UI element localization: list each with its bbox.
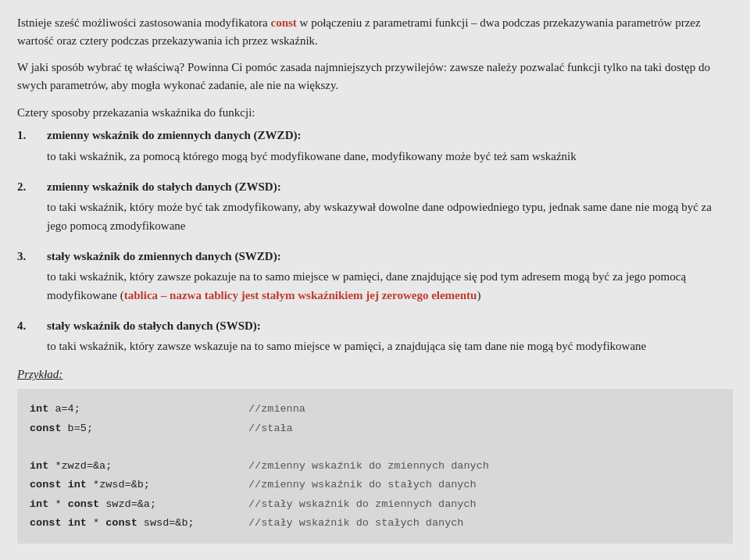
kw-const-5: const (105, 517, 138, 529)
code-left-6: const int * const swsd=&b; (30, 514, 248, 533)
code-right-6: //stały wskaźnik do stałych danych (248, 514, 463, 533)
code-right-3: //zmienny wskaźnik do zmiennych danych (248, 457, 489, 476)
item-2-body: to taki wskaźnik, który może być tak zmo… (47, 198, 733, 235)
code-right-2: //stała (248, 419, 293, 438)
kw-const-1: const (30, 423, 62, 434)
kw-int-2: int (30, 460, 48, 472)
item-3-body: to taki wskaźnik, który zawsze pokazuje … (47, 267, 733, 305)
kw-int-5: int (68, 517, 87, 529)
intro-text-before: Istnieje sześć możliwości zastosowania m… (17, 16, 271, 29)
const-keyword-1: const (271, 16, 297, 29)
code-right-4: //zmienny wskaźnik do stałych danych (248, 476, 477, 494)
list-item-2: 2. zmienny wskaźnik do stałych danych (Z… (17, 178, 733, 235)
item-1-body: to taki wskaźnik, za pomocą którego mogą… (47, 147, 733, 166)
code-left-5: int * const swzd=&a; (30, 495, 248, 514)
code-line-4: const int *zwsd=&b; //zmienny wskaźnik d… (30, 476, 720, 494)
section-title: Cztery sposoby przekazania wskaźnika do … (17, 104, 733, 122)
code-block: int a=4; //zmienna const b=5; //stała in… (17, 389, 733, 544)
code-left-1: int a=4; (30, 400, 248, 419)
code-line-blank (30, 438, 720, 457)
item-3-num: 3. (17, 248, 47, 305)
code-right-5: //stały wskaźnik do zmiennych danych (248, 495, 477, 514)
item-1-title: zmienny wskaźnik do zmiennych danych (ZW… (47, 127, 733, 144)
code-right-1: //zmienna (248, 400, 305, 419)
items-list: 1. zmienny wskaźnik do zmiennych danych … (17, 127, 733, 355)
item-3-link: tablica – nazwa tablicy jest stałym wska… (124, 289, 477, 301)
code-left-3: int *zwzd=&a; (30, 457, 248, 476)
code-line-3: int *zwzd=&a; //zmienny wskaźnik do zmie… (30, 457, 720, 476)
item-4-content: stały wskaźnik do stałych danych (SWSD):… (47, 317, 733, 355)
item-2-title: zmienny wskaźnik do stałych danych (ZWSD… (47, 178, 733, 196)
list-item-4: 4. stały wskaźnik do stałych danych (SWS… (17, 317, 733, 355)
kw-const-2: const (30, 479, 62, 490)
item-1-num: 1. (17, 127, 47, 165)
przyklad-label: Przykład: (17, 368, 733, 381)
kw-int-3: int (68, 479, 87, 490)
item-4-body: to taki wskaźnik, który zawsze wskazuje … (47, 337, 733, 355)
kw-int-1: int (30, 403, 48, 415)
code-line-2: const b=5; //stała (30, 419, 720, 438)
code-line-6: const int * const swsd=&b; //stały wskaź… (30, 514, 720, 533)
kw-const-4: const (30, 517, 62, 529)
content-area: Istnieje sześć możliwości zastosowania m… (17, 14, 733, 544)
intro-paragraph-1: Istnieje sześć możliwości zastosowania m… (17, 14, 733, 51)
item-3-body-after: ) (477, 289, 480, 301)
code-blank (30, 438, 248, 457)
intro-paragraph-2: W jaki sposób wybrać tę właściwą? Powinn… (17, 59, 733, 95)
kw-const-3: const (68, 498, 100, 510)
code-left-4: const int *zwsd=&b; (30, 476, 248, 494)
item-4-num: 4. (17, 317, 47, 355)
item-3-title: stały wskaźnik do zmiennych danych (SWZD… (47, 248, 733, 266)
list-item-1: 1. zmienny wskaźnik do zmiennych danych … (17, 127, 733, 165)
item-4-title: stały wskaźnik do stałych danych (SWSD): (47, 317, 733, 335)
kw-int-4: int (30, 498, 48, 510)
code-left-2: const b=5; (30, 419, 248, 438)
item-2-num: 2. (17, 178, 47, 235)
list-item-3: 3. stały wskaźnik do zmiennych danych (S… (17, 248, 733, 305)
code-line-5: int * const swzd=&a; //stały wskaźnik do… (30, 495, 720, 514)
item-2-content: zmienny wskaźnik do stałych danych (ZWSD… (47, 178, 733, 235)
item-3-content: stały wskaźnik do zmiennych danych (SWZD… (47, 248, 733, 305)
item-1-content: zmienny wskaźnik do zmiennych danych (ZW… (47, 127, 733, 165)
code-line-1: int a=4; //zmienna (30, 400, 720, 419)
